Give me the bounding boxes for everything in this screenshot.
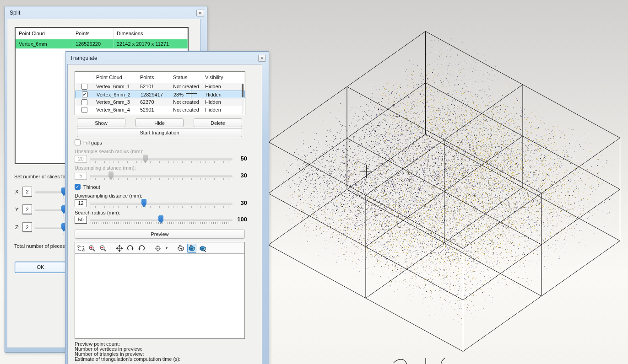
surface-view-icon[interactable] — [198, 244, 207, 253]
upsampling-distance-max: 30 — [225, 172, 247, 179]
table-row-selected[interactable]: Vertex_6mm 126526220 22142 x 20179 x 112… — [16, 39, 188, 48]
row-checkbox[interactable] — [81, 107, 87, 113]
zoom-out-icon[interactable] — [98, 244, 108, 253]
export-view-icon[interactable] — [176, 244, 185, 253]
split-titlebar[interactable]: Split ✕ — [7, 6, 205, 19]
cell-points: 52101 — [137, 83, 170, 91]
column-header-points: Points — [72, 28, 114, 39]
cell-status: Not created — [170, 114, 202, 115]
upsampling-distance-ticks — [91, 178, 232, 180]
check-icon: ✓ — [76, 184, 79, 189]
column-header-points: Points — [137, 72, 170, 83]
cell-visibility: Hidden — [202, 114, 245, 115]
z-slices-value[interactable]: 2 — [22, 222, 32, 232]
y-axis-label: Y: — [15, 207, 20, 212]
cell-points: 12829417 — [138, 91, 171, 98]
pan-icon[interactable] — [115, 244, 124, 253]
zoom-in-icon[interactable] — [87, 244, 97, 253]
triangulate-close-button[interactable]: ✕ — [258, 55, 266, 62]
cell-point-cloud: Vertex_6mm_4 — [93, 106, 137, 114]
upsample-search-radius-track[interactable] — [90, 158, 233, 161]
cell-points: 52901 — [137, 106, 170, 114]
split-dialog-title: Split — [7, 10, 20, 16]
search-radius-label: Search radius (mm): — [75, 210, 120, 215]
search-radius-max: 100 — [225, 216, 247, 223]
downsampling-distance-track[interactable] — [90, 203, 233, 205]
close-icon: ✕ — [198, 11, 202, 16]
thinout-row: ✓ Thinout — [75, 184, 100, 190]
ok-button[interactable]: OK — [15, 262, 66, 273]
cell-visibility: Hidden — [202, 83, 245, 91]
show-button[interactable]: Show — [77, 118, 125, 127]
delete-button[interactable]: Delete — [194, 118, 242, 127]
preview-toolbar: ▼ — [75, 242, 245, 254]
rotate-ccw-icon[interactable] — [137, 244, 146, 253]
upsample-search-radius-ticks — [91, 161, 232, 163]
downsampling-distance-ticks — [91, 206, 232, 208]
thinout-checkbox[interactable]: ✓ — [75, 184, 81, 190]
triangulate-titlebar[interactable]: Triangulate ✕ — [67, 52, 267, 64]
cell-points: 52931 — [137, 114, 170, 115]
start-triangulation-button[interactable]: Start triangulation — [77, 128, 242, 137]
mesh-view-icon-selected[interactable] — [187, 244, 196, 253]
table-scrollbar-thumb[interactable] — [242, 84, 244, 97]
total-pieces-label: Total number of pieces: — [14, 243, 66, 249]
triangulation-preview-area[interactable] — [75, 253, 245, 339]
cell-points: 126526220 — [72, 39, 114, 48]
zoom-window-icon[interactable] — [76, 244, 86, 253]
center-view-dropdown-caret[interactable]: ▼ — [164, 246, 169, 250]
center-view-icon[interactable] — [153, 244, 162, 253]
triangulate-dialog-body: Point Cloud Points Status Visibility Ver… — [67, 64, 262, 364]
z-slider-tick — [64, 233, 64, 235]
z-axis-label: Z: — [15, 225, 20, 230]
thinout-label: Thinout — [83, 184, 100, 190]
hide-button[interactable]: Hide — [135, 118, 184, 127]
cell-dimensions: 22142 x 20179 x 11271 — [114, 39, 188, 48]
fill-gaps-checkbox[interactable] — [75, 139, 81, 145]
upsample-search-radius-max: 50 — [225, 155, 247, 162]
fill-gaps-label: Fill gaps — [83, 140, 102, 145]
triangulate-table-header: Point Cloud Points Status Visibility — [75, 72, 245, 83]
search-radius-value[interactable]: 50 — [75, 216, 87, 224]
split-table-header: Point Cloud Points Dimensions — [16, 28, 188, 39]
table-row[interactable]: Vertex_6mm_1 52101 Not created Hidden — [75, 83, 245, 91]
upsampling-distance-label: Upsampling distance (mm): — [75, 165, 136, 171]
upsample-search-radius-value[interactable]: 20 — [75, 155, 87, 163]
check-icon: ✓ — [82, 91, 87, 97]
cell-point-cloud: Vertex_6mm_3 — [93, 98, 137, 106]
split-close-button[interactable]: ✕ — [196, 10, 204, 16]
column-header-status: Status — [170, 72, 202, 83]
cell-status: Not created — [170, 106, 202, 114]
downsampling-distance-value[interactable]: 12 — [75, 199, 87, 207]
cell-points: 62370 — [137, 98, 170, 106]
table-row[interactable]: Vertex_6mm_3 62370 Not created Hidden — [75, 98, 245, 106]
y-slider-tick — [64, 215, 64, 217]
triangulate-dialog-title: Triangulate — [67, 55, 97, 61]
row-checkbox[interactable] — [81, 99, 87, 105]
column-header-point-cloud: Point Cloud — [93, 72, 137, 83]
table-row[interactable]: Vertex_6mm_4 52901 Not created Hidden — [75, 106, 245, 114]
row-checkbox[interactable] — [81, 84, 87, 90]
cell-status: 28% — [171, 91, 203, 98]
slices-label: Set number of slices for — [14, 174, 67, 179]
cell-visibility: Hidden — [202, 98, 245, 106]
table-scrollbar[interactable] — [242, 84, 244, 114]
row-checkbox-checked[interactable]: ✓ — [82, 91, 88, 97]
search-radius-ticks — [91, 222, 232, 224]
x-slices-value[interactable]: 2 — [22, 187, 32, 197]
x-axis-label: X: — [15, 189, 20, 194]
rotate-cw-icon[interactable] — [126, 244, 135, 253]
table-row[interactable]: Vertex_6mm_5 52931 Not created Hidden — [75, 114, 245, 115]
upsampling-distance-value[interactable]: 5 — [75, 172, 87, 180]
triangulate-dialog[interactable]: Triangulate ✕ Point Cloud Points Status … — [65, 51, 269, 364]
downsampling-distance-label: Downsampling distance (mm): — [75, 193, 142, 198]
y-slices-value[interactable]: 2 — [22, 204, 32, 214]
close-icon: ✕ — [260, 56, 264, 61]
column-header-visibility: Visibility — [202, 72, 245, 83]
column-header-checkbox — [75, 72, 93, 83]
column-header-point-cloud: Point Cloud — [16, 28, 72, 39]
triangulate-point-cloud-table[interactable]: Point Cloud Points Status Visibility Ver… — [75, 71, 245, 115]
table-row-selected[interactable]: ✓ Vertex_6mm_2 12829417 28% Hidden — [75, 91, 245, 98]
preview-button[interactable]: Preview — [75, 230, 245, 239]
row-checkbox[interactable] — [81, 115, 87, 115]
